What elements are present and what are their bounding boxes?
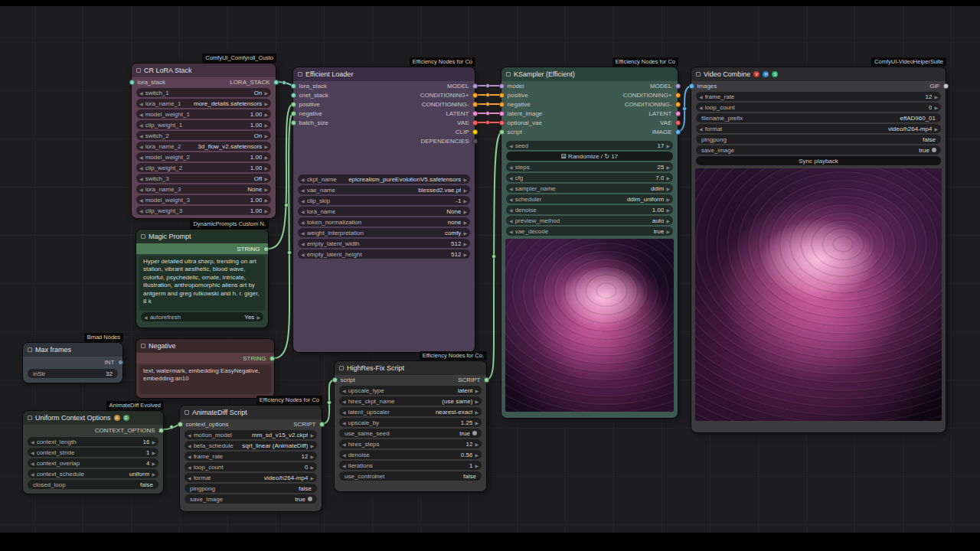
collapse-icon[interactable]: [136, 68, 141, 73]
decrement-arrow-icon[interactable]: ◀: [509, 197, 513, 202]
input-port[interactable]: images: [691, 81, 717, 90]
decrement-arrow-icon[interactable]: ◀: [509, 175, 513, 181]
collapse-icon[interactable]: [28, 416, 32, 420]
collapse-icon[interactable]: [506, 72, 511, 77]
widget-row[interactable]: ◀ context_schedule uniform ▶: [28, 469, 158, 478]
increment-arrow-icon[interactable]: ▶: [152, 450, 155, 455]
port-dot-icon[interactable]: [675, 111, 681, 116]
increment-arrow-icon[interactable]: ▶: [264, 187, 268, 192]
widget-row[interactable]: ◀ motion_model mm_sd_v15_v2.ckpt ▶: [185, 430, 317, 439]
input-port[interactable]: script: [335, 375, 355, 384]
decrement-arrow-icon[interactable]: ◀: [139, 176, 143, 181]
widget-row[interactable]: ◀ denoise 1.00 ▶: [506, 205, 673, 214]
decrement-arrow-icon[interactable]: ◀: [139, 122, 143, 128]
increment-arrow-icon[interactable]: ▶: [475, 442, 479, 447]
node-efficient-loader[interactable]: Efficiency Nodes for Co Efficient Loader…: [293, 67, 475, 352]
decrement-arrow-icon[interactable]: ◀: [301, 198, 305, 204]
increment-arrow-icon[interactable]: ▶: [264, 144, 268, 149]
output-port[interactable]: CONDITIONING-: [420, 99, 475, 109]
input-port[interactable]: batch_size: [293, 118, 328, 127]
decrement-arrow-icon[interactable]: ◀: [342, 442, 346, 447]
port-dot-icon[interactable]: [319, 422, 325, 427]
decrement-arrow-icon[interactable]: ◀: [31, 461, 34, 466]
increment-arrow-icon[interactable]: ▶: [264, 90, 268, 96]
decrement-arrow-icon[interactable]: ◀: [139, 112, 143, 117]
port-dot-icon[interactable]: [675, 102, 681, 107]
collapse-icon[interactable]: [339, 366, 344, 370]
widget-row[interactable]: ◀ lora_name None ▶: [298, 207, 470, 216]
decrement-arrow-icon[interactable]: ◀: [301, 209, 305, 214]
decrement-arrow-icon[interactable]: ◀: [301, 187, 305, 193]
decrement-arrow-icon[interactable]: ◀: [342, 388, 346, 393]
widget-row[interactable]: ◀ loop_count 0 ▶: [185, 462, 317, 471]
widget-row[interactable]: ◀ lora_name_3 None ▶: [136, 184, 271, 194]
increment-arrow-icon[interactable]: ▶: [463, 209, 467, 214]
decrement-arrow-icon[interactable]: ◀: [139, 187, 143, 192]
port-dot-icon[interactable]: [472, 93, 478, 98]
widget-row[interactable]: ◀ switch_2 On ▶: [136, 131, 271, 140]
output-port[interactable]: CLIP: [420, 127, 475, 136]
output-port[interactable]: CONTEXT_OPTIONS: [23, 425, 163, 435]
input-port[interactable]: negative: [501, 99, 542, 109]
node-header[interactable]: Video Combine V H S: [691, 67, 946, 81]
port-dot-icon[interactable]: [499, 83, 505, 89]
increment-arrow-icon[interactable]: ▶: [934, 126, 938, 132]
decrement-arrow-icon[interactable]: ◀: [342, 409, 346, 415]
port-dot-icon[interactable]: [291, 102, 296, 107]
decrement-arrow-icon[interactable]: ◀: [139, 165, 143, 171]
collapse-icon[interactable]: [696, 72, 701, 77]
output-port[interactable]: CONDITIONING+: [623, 90, 678, 99]
graph-canvas[interactable]: ComfyUI_Comfyroll_Custo CR LoRA Stack lo…: [0, 0, 980, 551]
increment-arrow-icon[interactable]: ▶: [463, 177, 467, 182]
node-video-combine[interactable]: ComfyUI-VideoHelperSuite Video Combine V…: [691, 67, 946, 432]
increment-arrow-icon[interactable]: ▶: [475, 388, 479, 393]
widget-row[interactable]: ◀ seed 17 ▶: [506, 141, 673, 150]
widget-row[interactable]: ◀ clip_weight_2 1.00 ▶: [136, 163, 271, 172]
increment-arrow-icon[interactable]: ▶: [264, 176, 268, 181]
increment-arrow-icon[interactable]: ▶: [264, 155, 268, 160]
decrement-arrow-icon[interactable]: ◀: [301, 177, 305, 182]
increment-arrow-icon[interactable]: ▶: [934, 105, 938, 110]
port-dot-icon[interactable]: [332, 377, 338, 383]
increment-arrow-icon[interactable]: ▶: [666, 197, 670, 202]
node-header[interactable]: Uniform Context Options A D: [23, 411, 163, 425]
increment-arrow-icon[interactable]: ▶: [463, 198, 467, 204]
node-ksampler-efficient[interactable]: Efficiency Nodes for Co KSampler (Effici…: [501, 67, 678, 418]
output-port[interactable]: INT: [23, 357, 122, 367]
widget-row[interactable]: ◀ autorefresh Yes ▶: [141, 312, 263, 321]
widget-row[interactable]: ◀ cfg 7.0 ▶: [506, 173, 673, 182]
port-dot-icon[interactable]: [499, 120, 505, 126]
widget-row[interactable]: ◀ context_stride 1 ▶: [28, 448, 158, 457]
input-port[interactable]: context_options: [180, 419, 229, 429]
output-port[interactable]: DEPENDENCIES: [420, 136, 475, 145]
widget-row[interactable]: ◀ clip_weight_3 1.00 ▶: [136, 206, 271, 215]
output-port[interactable]: STRING: [136, 353, 274, 364]
port-dot-icon[interactable]: [270, 356, 275, 361]
increment-arrow-icon[interactable]: ▶: [463, 241, 467, 246]
widget-row[interactable]: ◀ clip_skip -1 ▶: [298, 196, 470, 205]
increment-arrow-icon[interactable]: ▶: [264, 197, 268, 203]
increment-arrow-icon[interactable]: ▶: [463, 220, 467, 225]
decrement-arrow-icon[interactable]: ◀: [139, 208, 143, 214]
widget-row[interactable]: ◀ denoise 0.56 ▶: [339, 450, 482, 459]
input-port[interactable]: lora_stack: [293, 81, 328, 90]
output-port[interactable]: GIF: [929, 81, 946, 90]
input-port[interactable]: positive: [293, 99, 328, 109]
widget-row[interactable]: ◀ model_weight_1 1.00 ▶: [136, 109, 271, 119]
widget-row[interactable]: ◀ switch_3 Off ▶: [136, 174, 271, 183]
increment-arrow-icon[interactable]: ▶: [152, 471, 155, 477]
port-dot-icon[interactable]: [178, 422, 183, 427]
widget-row[interactable]: ◀ context_overlap 4 ▶: [28, 458, 158, 468]
decrement-arrow-icon[interactable]: ◀: [509, 229, 513, 234]
toggle-knob-icon[interactable]: [308, 497, 312, 501]
increment-arrow-icon[interactable]: ▶: [310, 443, 314, 448]
widget-row[interactable]: ◀ format video/h264-mp4 ▶: [696, 124, 941, 133]
decrement-arrow-icon[interactable]: ◀: [139, 144, 143, 149]
port-dot-icon[interactable]: [472, 139, 478, 144]
increment-arrow-icon[interactable]: ▶: [310, 454, 314, 459]
collapse-icon[interactable]: [141, 234, 145, 239]
port-dot-icon[interactable]: [273, 80, 279, 85]
output-port[interactable]: VAE: [420, 118, 475, 127]
widget-row[interactable]: ◀ use_controlnet false ▶: [339, 471, 482, 481]
port-dot-icon[interactable]: [291, 120, 296, 126]
